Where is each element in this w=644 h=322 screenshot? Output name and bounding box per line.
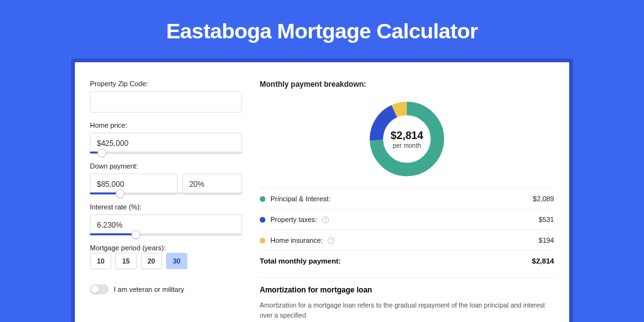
breakdown-panel: Monthly payment breakdown: $2,814 per mo… [260,80,554,322]
donut-chart: $2,814 per month [260,99,554,179]
legend-dot-icon [260,217,265,223]
inputs-panel: Property Zip Code: Home price: Down paym… [90,80,242,322]
legend-value: $531 [539,216,554,223]
home-price-input[interactable] [90,133,242,154]
veteran-toggle-label: I am veteran or military [114,286,184,293]
page-title: Eastaboga Mortgage Calculator [0,0,644,58]
mortgage-period-label: Mortgage period (years): [90,244,242,252]
mortgage-period-buttons: 10152030 [90,253,242,269]
divider [260,277,554,278]
down-payment-percent-input[interactable] [182,174,242,195]
zip-input[interactable] [90,91,242,113]
legend-value: $194 [539,236,554,244]
amortization-body: Amortization for a mortgage loan refers … [260,301,554,321]
interest-rate-slider[interactable] [90,233,242,235]
veteran-toggle[interactable] [90,284,109,294]
legend-value: $2,089 [533,195,554,203]
donut-amount: $2,814 [391,130,423,142]
legend-label: Principal & Interest: [270,195,330,203]
down-payment-slider[interactable] [90,192,242,194]
interest-rate-label: Interest rate (%): [90,203,242,211]
period-button-30[interactable]: 30 [166,253,187,269]
amortization-title: Amortization for mortgage loan [260,286,554,294]
total-row: Total monthly payment: $2,814 [260,250,554,275]
total-value: $2,814 [532,257,554,265]
zip-label: Property Zip Code: [90,80,242,87]
legend-row: Property taxes:?$531 [260,209,554,230]
zip-field: Property Zip Code: [90,80,242,113]
mortgage-period-field: Mortgage period (years): 10152030 [90,244,242,269]
app-surface: Property Zip Code: Home price: Down paym… [75,62,569,322]
help-icon[interactable]: ? [328,237,335,244]
help-icon[interactable]: ? [322,216,329,223]
period-button-10[interactable]: 10 [90,253,111,269]
down-payment-label: Down payment: [90,162,242,170]
home-price-label: Home price: [90,121,242,129]
period-button-20[interactable]: 20 [141,253,162,269]
down-payment-field: Down payment: [90,162,242,194]
donut-sub: per month [392,142,421,149]
interest-rate-input[interactable] [90,214,242,236]
period-button-15[interactable]: 15 [115,253,136,269]
legend-row: Home insurance:?$194 [260,230,554,250]
legend: Principal & Interest:$2,089Property taxe… [260,188,554,250]
home-price-field: Home price: [90,121,242,153]
legend-label: Property taxes: [270,216,317,223]
interest-rate-field: Interest rate (%): [90,203,242,235]
app-card: Property Zip Code: Home price: Down paym… [71,58,573,322]
veteran-toggle-row: I am veteran or military [90,284,242,294]
home-price-slider[interactable] [90,152,242,153]
legend-row: Principal & Interest:$2,089 [260,188,554,209]
legend-label: Home insurance: [270,236,323,244]
total-label: Total monthly payment: [260,257,341,265]
legend-dot-icon [260,238,265,243]
down-payment-amount-input[interactable] [90,174,177,195]
legend-dot-icon [260,196,265,202]
breakdown-title: Monthly payment breakdown: [260,80,554,89]
